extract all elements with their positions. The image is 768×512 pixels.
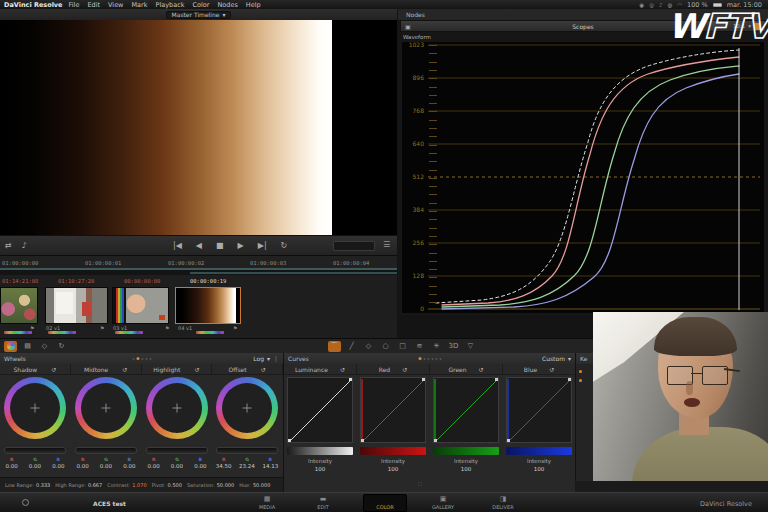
wheel-crosshair[interactable] — [102, 404, 111, 413]
pivot-value[interactable]: 0.500 — [168, 482, 182, 488]
menu-mark[interactable]: Mark — [131, 1, 147, 9]
blue-curve-editor[interactable] — [506, 377, 572, 443]
wheels-palette-header: Wheels Log ▾ ⋮ — [0, 353, 283, 364]
color-page-icon — [364, 495, 406, 504]
midtone-color-wheel[interactable] — [75, 377, 137, 439]
channel-luminance[interactable]: Luminance↺ — [284, 364, 357, 374]
wheel-crosshair[interactable] — [173, 404, 182, 413]
page-edit[interactable]: ▬ EDIT — [301, 495, 345, 510]
shuffle-icon[interactable]: ⇄ — [0, 241, 17, 250]
audio-icon[interactable]: ♪ — [17, 241, 32, 250]
reset-icon[interactable]: ↺ — [122, 366, 127, 373]
curves-palette-icon[interactable]: ⌒ — [328, 341, 341, 352]
green-intensity-value[interactable]: 100 — [433, 466, 499, 472]
menu-color[interactable]: Color — [193, 1, 210, 9]
stop-button[interactable]: ■ — [211, 241, 229, 250]
step-forward-button[interactable]: ▶| — [253, 241, 272, 250]
gallery-page-icon: ▣ — [421, 495, 465, 504]
offset-master-slider[interactable] — [216, 447, 278, 454]
wheel-crosshair[interactable] — [31, 404, 40, 413]
3d-icon[interactable]: 3D — [447, 341, 460, 352]
channel-green[interactable]: Green↺ — [430, 364, 503, 374]
jump-start-button[interactable]: |◀ — [168, 241, 187, 250]
timeline-ruler[interactable]: 01:00:00:00 01:00:00:01 01:00:00:02 01:0… — [0, 255, 397, 268]
page-gallery[interactable]: ▣ GALLERY — [421, 495, 465, 510]
volume-icon[interactable]: ♪ — [659, 2, 663, 8]
reset-icon[interactable]: ↺ — [549, 366, 554, 373]
low-range-value[interactable]: 0.333 — [36, 482, 50, 488]
tab-highlight[interactable]: Highlight↺ — [142, 364, 213, 374]
project-home-icon[interactable] — [22, 499, 29, 506]
status-icon-2[interactable]: ◎ — [649, 2, 654, 8]
reset-icon[interactable]: ↺ — [402, 366, 407, 373]
tab-midtone[interactable]: Midtone↺ — [71, 364, 142, 374]
list-view-icon[interactable]: ☰ — [383, 240, 390, 249]
clip-thumbnail-1[interactable] — [0, 287, 38, 324]
step-back-button[interactable]: ◀ — [191, 241, 207, 250]
menu-view[interactable]: View — [108, 1, 123, 9]
page-deliver[interactable]: ◨ DELIVER — [481, 495, 525, 510]
timeline-selector[interactable]: Master Timeline ▾ — [166, 11, 232, 19]
tab-shadow[interactable]: Shadow↺ — [0, 364, 71, 374]
menu-help[interactable]: Help — [246, 1, 261, 9]
window-circle-icon[interactable]: ○ — [379, 341, 392, 352]
viewer[interactable] — [0, 20, 397, 235]
menu-nodes[interactable]: Nodes — [217, 1, 237, 9]
tab-offset[interactable]: Offset↺ — [212, 364, 283, 374]
highlight-color-wheel[interactable] — [146, 377, 208, 439]
wheel-crosshair[interactable] — [243, 404, 252, 413]
reset-icon[interactable]: ↺ — [51, 366, 56, 373]
shadow-color-wheel[interactable] — [4, 377, 66, 439]
play-button[interactable]: ▶ — [233, 241, 249, 250]
saturation-value[interactable]: 50.000 — [217, 482, 235, 488]
luminance-intensity-value[interactable]: 100 — [287, 466, 353, 472]
blur-icon[interactable]: ≋ — [413, 341, 426, 352]
menu-playback[interactable]: Playback — [155, 1, 184, 9]
reset-icon[interactable]: ↺ — [194, 366, 199, 373]
luminance-curve-editor[interactable] — [287, 377, 353, 443]
rgb-mixer-icon[interactable]: ◇ — [38, 341, 51, 352]
midtone-master-slider[interactable] — [75, 447, 137, 454]
reset-icon[interactable]: ↺ — [261, 366, 266, 373]
window-square-icon[interactable]: □ — [396, 341, 409, 352]
curves-mode-dropdown[interactable]: Custom ▾ — [542, 355, 575, 362]
loop-button[interactable]: ↻ — [276, 241, 293, 250]
page-media[interactable]: ▦ MEDIA — [245, 495, 289, 510]
status-icon-1[interactable]: ◉ — [639, 2, 644, 8]
timecode-entry-box[interactable] — [333, 241, 375, 251]
offset-color-wheel[interactable] — [216, 377, 278, 439]
red-intensity-value[interactable]: 100 — [360, 466, 426, 472]
qualifier-icon[interactable]: ╱ — [345, 341, 358, 352]
reset-icon[interactable]: ↺ — [479, 366, 484, 373]
menu-app-name[interactable]: DaVinci Resolve — [4, 1, 63, 9]
highlight-master-slider[interactable] — [146, 447, 208, 454]
shadow-master-slider[interactable] — [4, 447, 66, 454]
contrast-value[interactable]: 1.070 — [132, 482, 146, 488]
channel-blue[interactable]: Blue↺ — [503, 364, 576, 374]
tracker-icon[interactable]: ✳ — [430, 341, 443, 352]
clip-thumbnail-3[interactable] — [112, 287, 169, 324]
page-color-active[interactable]: COLOR — [363, 494, 407, 512]
scope-mode-label[interactable]: Waveform — [403, 34, 431, 40]
window-diamond-icon[interactable]: ◇ — [362, 341, 375, 352]
key-icon[interactable]: ▽ — [464, 341, 477, 352]
blue-intensity-value[interactable]: 100 — [506, 466, 572, 472]
clip-thumbnail-2[interactable] — [45, 287, 108, 324]
red-curve-editor[interactable] — [360, 377, 426, 443]
reset-icon[interactable]: ↺ — [340, 366, 345, 373]
wheels-mode-dropdown[interactable]: Log ▾ ⋮ — [253, 355, 283, 362]
options-menu-icon[interactable]: ⋮ — [273, 355, 279, 362]
high-range-value[interactable]: 0.667 — [88, 482, 102, 488]
primaries-bars-icon[interactable]: ▤ — [21, 341, 34, 352]
waveform-scope[interactable]: 1023 896 768 640 512 384 256 128 0 — [402, 42, 764, 313]
hue-value[interactable]: 50.000 — [253, 482, 271, 488]
green-curve-editor[interactable] — [433, 377, 499, 443]
menu-file[interactable]: File — [69, 1, 80, 9]
clip-thumbnail-4-selected[interactable] — [175, 287, 241, 324]
project-name[interactable]: ACES test — [93, 500, 126, 507]
motion-effects-icon[interactable]: ↻ — [55, 341, 68, 352]
curves-title: Curves — [288, 355, 309, 362]
channel-red[interactable]: Red↺ — [357, 364, 430, 374]
color-wheels-palette-icon[interactable] — [4, 341, 17, 352]
menu-edit[interactable]: Edit — [87, 1, 100, 9]
